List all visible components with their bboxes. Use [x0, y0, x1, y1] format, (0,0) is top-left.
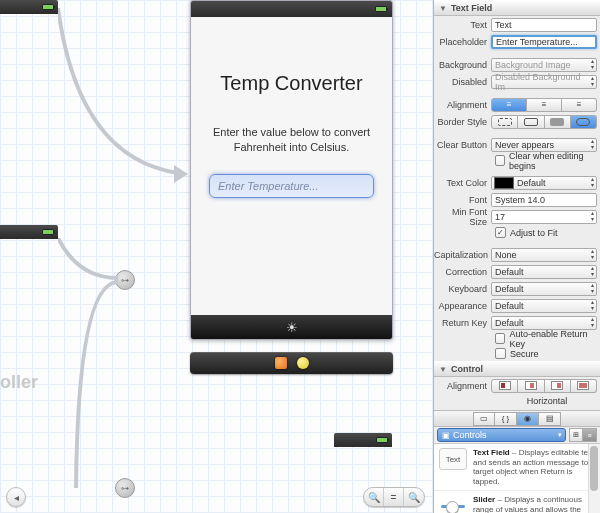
adjust-fit-checkbox[interactable]	[495, 227, 506, 238]
library-filter-dropdown[interactable]: Controls	[437, 428, 566, 442]
zoom-in-button[interactable]: 🔍	[404, 488, 424, 506]
view-body: Temp Converter Enter the value below to …	[191, 17, 392, 315]
align-center-button[interactable]: ≡	[527, 98, 562, 112]
title-label: Temp Converter	[205, 72, 378, 95]
first-responder-icon[interactable]	[275, 357, 287, 369]
view-controller-icon[interactable]	[297, 357, 309, 369]
battery-icon	[42, 229, 54, 235]
iphone-preview[interactable]: Temp Converter Enter the value below to …	[190, 0, 393, 340]
font-label: Font	[434, 195, 491, 205]
appearance-dropdown[interactable]: Default	[491, 299, 597, 313]
mini-phone-status-2	[0, 225, 58, 239]
clear-button-label: Clear Button	[434, 140, 491, 150]
lib-tab-objects-icon[interactable]: ◉	[517, 412, 539, 426]
align-right-button[interactable]: ≡	[562, 98, 597, 112]
tab-bar: ☀	[191, 315, 392, 339]
capitalization-dropdown[interactable]: None	[491, 248, 597, 262]
background-dropdown[interactable]: Background Image	[491, 58, 597, 72]
textfield-placeholder: Enter Temperature...	[218, 180, 318, 192]
text-field-section-header[interactable]: ▼Text Field	[434, 0, 600, 16]
auto-enable-checkbox[interactable]	[495, 333, 505, 344]
temperature-textfield[interactable]: Enter Temperature...	[209, 174, 374, 198]
border-none-button[interactable]	[491, 115, 518, 129]
library-view-toggle: ⊞ ≡	[569, 428, 597, 442]
control-section-header[interactable]: ▼Control	[434, 361, 600, 377]
keyboard-label: Keyboard	[434, 284, 491, 294]
partial-controller-label: oller	[0, 372, 38, 393]
horizontal-caption: Horizontal	[434, 394, 600, 410]
control-alignment-segmented	[491, 379, 597, 393]
border-rounded-button[interactable]	[571, 115, 597, 129]
library-list[interactable]: Text Text Field – Displays editable text…	[434, 444, 600, 513]
interface-builder-canvas[interactable]: ⊶ ⊶ Temp Converter Enter the value below…	[0, 0, 433, 513]
clear-editing-checkbox[interactable]	[495, 155, 505, 166]
border-style-segmented-control	[491, 115, 597, 129]
battery-icon	[42, 4, 54, 10]
align-left-button[interactable]: ≡	[491, 98, 527, 112]
inspector-panel: ▼Text Field TextText PlaceholderEnter Te…	[433, 0, 600, 513]
slider-icon	[439, 495, 467, 513]
keyboard-dropdown[interactable]: Default	[491, 282, 597, 296]
correction-dropdown[interactable]: Default	[491, 265, 597, 279]
library-tabs: ▭ { } ◉ ▤	[434, 410, 600, 427]
capitalization-label: Capitalization	[434, 250, 491, 260]
appearance-label: Appearance	[434, 301, 491, 311]
segue-arrowhead	[174, 165, 188, 183]
segue-node-2[interactable]: ⊶	[115, 478, 135, 498]
mini-phone-status-1	[0, 0, 58, 14]
text-input[interactable]: Text	[491, 18, 597, 32]
background-label: Background	[434, 60, 491, 70]
lib-tab-files-icon[interactable]: ▭	[473, 412, 495, 426]
placeholder-input[interactable]: Enter Temperature...	[491, 35, 597, 49]
lib-tab-code-icon[interactable]: { }	[495, 412, 517, 426]
scene-dock[interactable]	[190, 352, 393, 374]
library-scrollbar[interactable]	[588, 444, 600, 513]
border-style-label: Border Style	[434, 117, 491, 127]
secure-checkbox[interactable]	[495, 348, 506, 359]
correction-label: Correction	[434, 267, 491, 277]
list-view-button[interactable]: ≡	[583, 428, 597, 442]
library-filter-bar: Controls ⊞ ≡	[434, 427, 600, 444]
halign-fill-button[interactable]	[571, 379, 597, 393]
canvas-back-button[interactable]: ◂	[6, 487, 26, 507]
battery-icon	[376, 437, 388, 443]
min-font-stepper[interactable]: 17	[491, 210, 597, 224]
halign-center-button[interactable]	[518, 379, 544, 393]
adjust-fit-label: Adjust to Fit	[510, 228, 558, 238]
text-color-dropdown[interactable]: Default	[491, 176, 597, 190]
placeholder-label: Placeholder	[434, 37, 491, 47]
grid-view-button[interactable]: ⊞	[569, 428, 583, 442]
halign-right-button[interactable]	[545, 379, 571, 393]
min-font-label: Min Font Size	[434, 207, 491, 227]
disclosure-triangle-icon: ▼	[439, 4, 447, 13]
disabled-label: Disabled	[434, 77, 491, 87]
text-label: Text	[434, 20, 491, 30]
text-color-label: Text Color	[434, 178, 491, 188]
battery-icon	[375, 6, 387, 12]
return-key-label: Return Key	[434, 318, 491, 328]
secure-label: Secure	[510, 349, 539, 359]
disclosure-triangle-icon: ▼	[439, 365, 447, 374]
library-item-slider[interactable]: Slider – Displays a continuous range of …	[434, 491, 600, 513]
auto-enable-label: Auto-enable Return Key	[509, 329, 600, 349]
halign-left-button[interactable]	[491, 379, 518, 393]
control-alignment-label: Alignment	[434, 381, 491, 391]
font-field[interactable]: System 14.0	[491, 193, 597, 207]
return-key-dropdown[interactable]: Default	[491, 316, 597, 330]
lib-tab-media-icon[interactable]: ▤	[539, 412, 561, 426]
mini-phone-status-3	[334, 433, 392, 447]
brightness-icon: ☀	[286, 320, 298, 335]
clear-button-dropdown[interactable]: Never appears	[491, 138, 597, 152]
zoom-out-button[interactable]: 🔍	[364, 488, 384, 506]
disabled-dropdown[interactable]: Disabled Background Im	[491, 75, 597, 89]
alignment-segmented-control: ≡ ≡ ≡	[491, 98, 597, 112]
border-line-button[interactable]	[518, 115, 544, 129]
scrollbar-thumb[interactable]	[590, 446, 598, 491]
textfield-icon: Text	[439, 448, 467, 470]
color-swatch-icon	[494, 177, 514, 189]
alignment-label: Alignment	[434, 100, 491, 110]
border-bezel-button[interactable]	[545, 115, 571, 129]
clear-editing-label: Clear when editing begins	[509, 151, 600, 171]
library-item-textfield[interactable]: Text Text Field – Displays editable text…	[434, 444, 600, 491]
zoom-fit-button[interactable]: =	[384, 488, 404, 506]
